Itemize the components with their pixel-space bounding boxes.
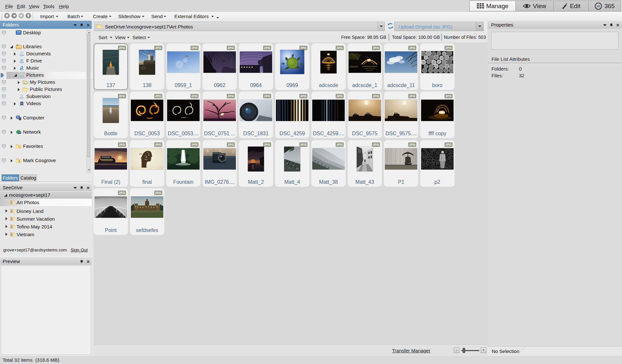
svg-text:365: 365 <box>596 5 600 7</box>
